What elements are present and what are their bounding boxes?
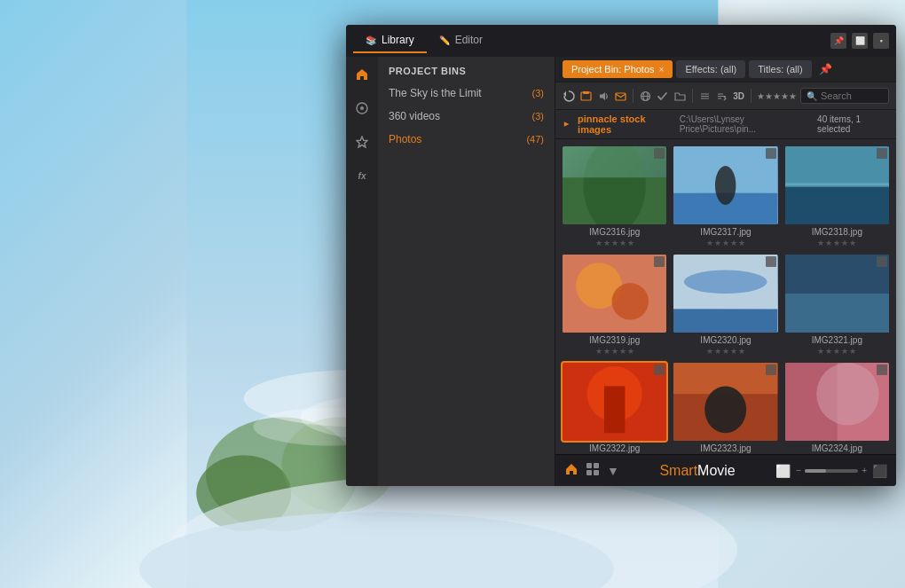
app-window: 📚 Library ✏️ Editor 📌 ⬜ ▪ fx [346,25,896,486]
image-item-img2324[interactable]: IMG2324.jpg ★ ★ ★ ★ ★ [785,363,889,454]
image-grid: IMG2316.jpg ★ ★ ★ ★ ★ IMG2317.jpg ★ ★ ★ … [555,139,896,454]
check-button[interactable] [656,86,669,106]
globe-button[interactable] [639,86,652,106]
pin-button[interactable]: 📌 [830,33,846,49]
3d-button[interactable]: 3D [732,86,745,106]
star-rating-filter[interactable]: ★★★★★ [757,91,797,101]
audio-button[interactable] [597,86,610,106]
zoom-minus[interactable]: − [796,466,801,475]
search-input[interactable] [821,90,883,101]
zoom-slider[interactable]: − + [796,466,867,475]
image-name-img2320: IMG2320.jpg [700,335,751,345]
image-item-img2320[interactable]: IMG2320.jpg ★ ★ ★ ★ ★ [673,255,777,356]
library-tab-label: Library [382,34,414,46]
stars-img2320[interactable]: ★ ★ ★ ★ ★ [706,348,745,356]
smart-movie-label: SmartMovie [626,463,768,479]
toolbar-sep-3 [751,89,752,103]
svg-point-75 [816,363,878,425]
sort-button[interactable] [715,86,728,106]
refresh-button[interactable] [563,86,576,106]
bottom-fullscreen-icon[interactable]: ⬛ [872,464,887,478]
svg-rect-62 [673,310,777,333]
image-item-img2318[interactable]: IMG2318.jpg ★ ★ ★ ★ ★ [785,146,889,247]
sidebar-icon-settings[interactable] [351,98,373,119]
svg-rect-91 [586,470,592,475]
main-content: Project Bin: Photos × Effects: (all) Tit… [555,57,896,486]
thumbnail-img2323 [673,363,777,441]
svg-point-54 [715,166,736,205]
title-bar: 📚 Library ✏️ Editor 📌 ⬜ ▪ [346,25,896,57]
stars-img2316[interactable]: ★ ★ ★ ★ ★ [595,239,634,247]
image-name-img2323: IMG2323.jpg [700,443,751,453]
svg-point-72 [705,386,747,433]
tab-editor[interactable]: ✏️ Editor [427,28,495,53]
effects-tab[interactable]: Effects: (all) [676,60,745,78]
sidebar-icon-fx[interactable]: fx [351,165,373,186]
library-item-photos[interactable]: Photos (47) [378,128,555,151]
library-item-sky-label: The Sky is the Limit [389,87,482,99]
image-item-img2317[interactable]: IMG2317.jpg ★ ★ ★ ★ ★ [673,146,777,247]
image-item-img2321[interactable]: IMG2321.jpg ★ ★ ★ ★ ★ [785,255,889,356]
tabs-pin-icon[interactable]: 📌 [819,63,832,75]
bottom-home-icon[interactable] [564,462,578,479]
bottom-menu-icon[interactable]: ▼ [607,464,619,478]
image-item-img2322[interactable]: IMG2322.jpg ★ ★ ★ ★ ★ [563,363,666,454]
project-bin-photos-tab[interactable]: Project Bin: Photos × [563,60,673,78]
bottom-layout-icon[interactable]: ⬜ [775,464,791,478]
tab-close-button[interactable]: × [659,65,665,74]
stars-img2317[interactable]: ★ ★ ★ ★ ★ [706,239,745,247]
library-item-sky[interactable]: The Sky is the Limit (3) [378,82,555,105]
sidebar-icon-home[interactable] [351,64,373,85]
path-location: C:\Users\Lynsey Price\Pictures\pin... [680,114,810,134]
library-item-photos-count: (47) [526,134,544,145]
image-name-img2322: IMG2322.jpg [589,443,640,453]
image-item-img2316[interactable]: IMG2316.jpg ★ ★ ★ ★ ★ [563,146,666,247]
flag-icon-img2324 [877,365,887,375]
list-button[interactable] [697,86,711,106]
svg-rect-37 [583,91,589,94]
stars-img2321[interactable]: ★ ★ ★ ★ ★ [817,348,856,356]
svg-rect-57 [785,183,889,186]
restore-button[interactable]: ⬜ [852,33,868,49]
bottom-grid-icon[interactable] [586,462,600,479]
library-header: Project Bins [378,57,555,82]
svg-rect-51 [563,146,666,177]
flag-icon-img2320 [766,256,776,267]
search-box[interactable]: 🔍 [800,88,889,104]
maximize-button[interactable]: ▪ [873,33,889,49]
image-item-img2319[interactable]: IMG2319.jpg ★ ★ ★ ★ ★ [563,255,666,356]
stars-img2319[interactable]: ★ ★ ★ ★ ★ [595,348,634,356]
window-controls: 📌 ⬜ ▪ [830,33,889,49]
smart-text: Smart [659,463,697,479]
path-bar: pinnacle stock images C:\Users\Lynsey Pr… [555,110,896,139]
library-item-360[interactable]: 360 videos (3) [378,105,555,128]
svg-rect-89 [586,463,592,468]
bottom-bar: ▼ SmartMovie ⬜ − + ⬛ [555,454,896,486]
library-icon: 📚 [366,35,376,45]
sidebar-icon-star[interactable] [351,131,373,153]
library-items: The Sky is the Limit (3) 360 videos (3) … [378,82,555,486]
folder-button[interactable] [673,86,686,106]
flag-icon-img2317 [766,148,776,159]
svg-rect-92 [594,470,599,475]
clip-button[interactable] [579,86,593,106]
search-icon: 🔍 [807,91,817,101]
content-area: fx Project Bins The Sky is the Limit (3)… [346,57,896,486]
library-item-360-label: 360 videos [389,110,440,122]
image-item-img2323[interactable]: IMG2323.jpg ★ ★ ★ ★ ★ [673,363,777,454]
toolbar-sep-1 [633,89,634,103]
thumbnail-img2319 [563,255,666,333]
mail-button[interactable] [614,86,627,106]
titles-tab[interactable]: Titles: (all) [749,60,811,78]
zoom-plus[interactable]: + [862,466,867,475]
flag-icon-img2323 [766,365,776,375]
toolbar: 3D ★★★★★ 🔍 [555,82,896,110]
image-name-img2317: IMG2317.jpg [700,227,751,237]
tab-library[interactable]: 📚 Library [353,28,427,53]
bottom-right-controls: ⬜ − + ⬛ [775,464,887,478]
svg-marker-31 [357,69,367,80]
flag-icon-img2316 [654,148,665,159]
svg-rect-65 [785,294,889,333]
stars-img2318[interactable]: ★ ★ ★ ★ ★ [817,239,856,247]
zoom-slider-fill [805,469,826,473]
